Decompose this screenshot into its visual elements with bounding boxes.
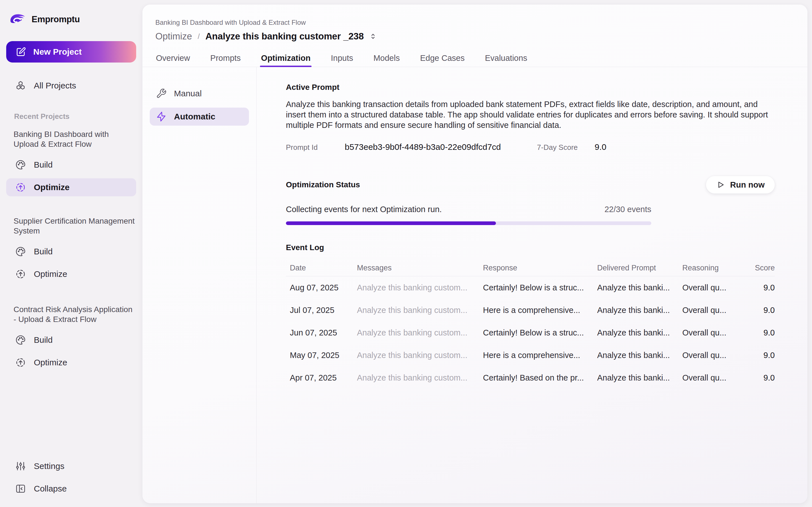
active-prompt-heading: Active Prompt (286, 83, 775, 92)
breadcrumb-optimize[interactable]: Optimize (155, 31, 192, 42)
table-row[interactable]: Apr 07, 2025 Analyze this banking custom… (286, 367, 775, 389)
project-nav: Build Optimize (6, 242, 136, 283)
cell-delivered-prompt: Analyze this banki... (597, 351, 682, 360)
sidebar-item-optimize[interactable]: Optimize (6, 178, 136, 196)
tab-optimization[interactable]: Optimization (260, 53, 311, 67)
table-row[interactable]: May 07, 2025 Analyze this banking custom… (286, 344, 775, 367)
col-header-response: Response (483, 264, 597, 272)
tab-models[interactable]: Models (373, 53, 400, 67)
run-now-label: Run now (730, 180, 765, 189)
table-row[interactable]: Jul 07, 2025 Analyze this banking custom… (286, 299, 775, 321)
page-header: Banking BI Dashboard with Upload & Extra… (142, 4, 808, 42)
col-header-delivered-prompt: Delivered Prompt (597, 264, 682, 272)
project-name: Banking BI Dashboard with Upload & Extra… (13, 129, 135, 149)
cell-score: 9.0 (753, 328, 775, 337)
new-project-button[interactable]: New Project (6, 41, 136, 62)
cell-score: 9.0 (753, 305, 775, 315)
sidebar-item-optimize[interactable]: Optimize (6, 265, 136, 283)
run-now-button[interactable]: Run now (706, 176, 775, 193)
collapse-label: Collapse (34, 484, 67, 494)
col-header-score: Score (753, 264, 775, 272)
zap-icon (156, 111, 167, 122)
col-header-messages: Messages (357, 264, 483, 272)
chevrons-up-down-icon[interactable] (369, 32, 377, 41)
seven-day-score-value: 9.0 (595, 142, 606, 152)
active-prompt-text: Analyze this banking transaction details… (286, 99, 775, 130)
cell-date: Jun 07, 2025 (286, 328, 357, 337)
app-name: Empromptu (32, 14, 80, 24)
all-projects-label: All Projects (34, 81, 76, 91)
cell-messages: Analyze this banking custom... (357, 283, 483, 292)
optimization-status-heading: Optimization Status (286, 180, 360, 189)
panel-collapse-icon (15, 483, 26, 494)
palette-icon (15, 246, 26, 257)
project-name: Contract Risk Analysis Application - Upl… (13, 304, 135, 324)
cell-date: Apr 07, 2025 (286, 373, 357, 383)
palette-icon (15, 159, 26, 170)
cell-date: Aug 07, 2025 (286, 283, 357, 292)
progress-bar-fill (286, 221, 496, 225)
breadcrumb: Banking BI Dashboard with Upload & Extra… (155, 18, 795, 26)
cell-response: Here is a comprehensive... (483, 351, 597, 360)
automatic-label: Automatic (174, 112, 215, 121)
sidebar-item-build[interactable]: Build (6, 242, 136, 261)
cell-response: Here is a comprehensive... (483, 305, 597, 315)
project-name: Supplier Certification Management System (13, 216, 135, 236)
cell-reasoning: Overall qu... (682, 283, 753, 292)
optimization-subnav: Manual Automatic (142, 67, 257, 503)
cell-messages: Analyze this banking custom... (357, 305, 483, 315)
brand: Empromptu (8, 12, 136, 26)
sidebar-item-settings[interactable]: Settings (6, 457, 136, 475)
new-project-label: New Project (33, 47, 82, 57)
tab-evaluations[interactable]: Evaluations (485, 53, 528, 67)
main-content: Banking BI Dashboard with Upload & Extra… (142, 4, 808, 503)
subnav-item-automatic[interactable]: Automatic (150, 108, 249, 126)
tab-inputs[interactable]: Inputs (330, 53, 354, 67)
tab-prompts[interactable]: Prompts (210, 53, 241, 67)
event-log-table: Date Messages Response Delivered Prompt … (286, 260, 775, 389)
cell-reasoning: Overall qu... (682, 373, 753, 383)
tab-edge-cases[interactable]: Edge Cases (419, 53, 465, 67)
prompt-id-value: b573eeb3-9b0f-4489-b3a0-22e09dfcd7cd (345, 142, 501, 152)
optimization-panel: Active Prompt Analyze this banking trans… (257, 67, 808, 503)
empromptu-logo-icon (8, 12, 27, 26)
tab-overview[interactable]: Overview (155, 53, 191, 67)
sidebar-item-build[interactable]: Build (6, 331, 136, 349)
sidebar-item-optimize[interactable]: Optimize (6, 353, 136, 372)
build-label: Build (34, 160, 53, 170)
progress-bar-track (286, 221, 651, 225)
optimize-icon (15, 269, 26, 279)
sidebar-item-collapse[interactable]: Collapse (6, 480, 136, 498)
palette-icon (15, 335, 26, 345)
subnav-item-manual[interactable]: Manual (150, 84, 249, 103)
cell-messages: Analyze this banking custom... (357, 373, 483, 383)
col-header-date: Date (286, 264, 357, 272)
cell-reasoning: Overall qu... (682, 305, 753, 315)
cell-delivered-prompt: Analyze this banki... (597, 305, 682, 315)
cell-reasoning: Overall qu... (682, 351, 753, 360)
content-row: Manual Automatic Active Prompt Analyze t… (142, 67, 808, 503)
prompt-meta-row: Prompt Id b573eeb3-9b0f-4489-b3a0-22e09d… (286, 142, 775, 152)
sidebar-item-build[interactable]: Build (6, 156, 136, 174)
sidebar-footer: Settings Collapse (6, 457, 136, 498)
optimize-label: Optimize (34, 358, 67, 367)
cell-messages: Analyze this banking custom... (357, 351, 483, 360)
sidebar-item-all-projects[interactable]: All Projects (6, 76, 136, 95)
project-nav: Build Optimize (6, 156, 136, 196)
tab-bar: Overview Prompts Optimization Inputs Mod… (142, 53, 808, 67)
cell-reasoning: Overall qu... (682, 328, 753, 337)
table-row[interactable]: Jun 07, 2025 Analyze this banking custom… (286, 321, 775, 344)
sidebar: Empromptu New Project All Projects Recen… (0, 0, 142, 507)
settings-label: Settings (34, 461, 64, 471)
manual-label: Manual (174, 89, 202, 98)
build-label: Build (34, 335, 53, 345)
boxes-icon (15, 80, 26, 91)
table-row[interactable]: Aug 07, 2025 Analyze this banking custom… (286, 276, 775, 299)
page-title: Analyze this banking customer _238 (205, 31, 364, 42)
optimization-status-row: Optimization Status Run now (286, 176, 775, 193)
prompt-id-label: Prompt Id (286, 143, 318, 152)
wrench-icon (156, 88, 167, 99)
optimize-label: Optimize (34, 269, 67, 279)
event-log-heading: Event Log (286, 243, 775, 252)
title-row: Optimize / Analyze this banking customer… (155, 31, 795, 42)
